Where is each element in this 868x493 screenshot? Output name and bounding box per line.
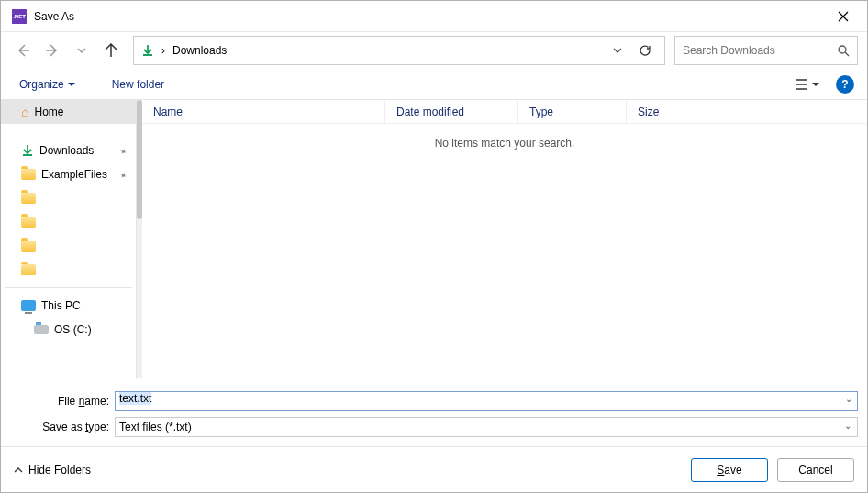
close-icon	[838, 11, 849, 22]
back-button[interactable]	[10, 38, 36, 63]
cancel-button[interactable]: Cancel	[777, 458, 854, 482]
folder-icon	[21, 193, 36, 204]
sidebar-item-folder-1[interactable]	[1, 186, 136, 210]
arrow-up-icon	[104, 43, 118, 58]
column-headers: Name Date modified Type Size	[142, 100, 867, 124]
sidebar: ⌂ Home Downloads ✦ ExampleFiles ✦ This P…	[1, 100, 137, 378]
help-button[interactable]: ?	[836, 75, 854, 94]
arrow-right-icon	[45, 43, 60, 58]
recent-button[interactable]	[69, 38, 95, 63]
filename-label: File name:	[10, 395, 115, 408]
pin-icon: ✦	[117, 168, 128, 181]
filename-input[interactable]: text.txt	[115, 391, 858, 411]
refresh-icon	[639, 44, 651, 57]
svg-point-0	[839, 46, 846, 53]
chevron-up-icon	[14, 465, 23, 475]
new-folder-button[interactable]: New folder	[106, 74, 170, 95]
close-button[interactable]	[823, 3, 863, 30]
titlebar: .NET Save As	[1, 1, 867, 32]
file-list-area: Name Date modified Type Size No items ma…	[142, 100, 867, 378]
pin-icon: ✦	[117, 144, 128, 157]
download-icon	[21, 144, 34, 157]
toolbar: Organize New folder ?	[1, 69, 867, 100]
folder-icon	[21, 169, 36, 180]
refresh-button[interactable]	[639, 44, 657, 57]
nav-row: › Downloads	[1, 32, 867, 69]
address-bar[interactable]: › Downloads	[133, 36, 665, 65]
search-box[interactable]	[674, 36, 858, 65]
sidebar-item-folder-3[interactable]	[1, 234, 136, 258]
sidebar-item-home[interactable]: ⌂ Home	[1, 100, 136, 124]
sidebar-item-examplefiles[interactable]: ExampleFiles ✦	[1, 162, 136, 186]
column-name[interactable]: Name	[142, 100, 385, 123]
sidebar-item-folder-4[interactable]	[1, 258, 136, 282]
sidebar-item-downloads[interactable]: Downloads ✦	[1, 139, 136, 162]
home-icon: ⌂	[21, 105, 28, 119]
column-date[interactable]: Date modified	[385, 100, 518, 123]
list-view-icon	[796, 79, 808, 90]
caret-down-icon	[68, 81, 75, 88]
search-input[interactable]	[683, 44, 838, 57]
forward-button[interactable]	[39, 38, 65, 63]
window-title: Save As	[34, 10, 823, 23]
folder-icon	[21, 241, 36, 252]
chevron-down-icon	[613, 46, 622, 55]
save-as-dialog: .NET Save As › Downloads Organize New fo…	[0, 0, 868, 493]
view-options-button[interactable]	[792, 75, 823, 94]
organize-button[interactable]: Organize	[14, 74, 81, 95]
hide-folders-button[interactable]: Hide Folders	[14, 464, 91, 476]
save-button[interactable]: Save	[691, 458, 768, 482]
save-as-type-label: Save as type:	[10, 420, 115, 433]
folder-icon	[21, 217, 36, 228]
caret-down-icon	[812, 81, 819, 88]
breadcrumb-downloads[interactable]: Downloads	[172, 44, 227, 57]
chevron-down-icon	[77, 46, 86, 55]
app-icon: .NET	[12, 9, 27, 24]
empty-message: No items match your search.	[142, 124, 867, 162]
sidebar-item-osc[interactable]: OS (C:)	[1, 318, 136, 342]
sidebar-item-folder-2[interactable]	[1, 210, 136, 234]
monitor-icon	[21, 300, 36, 311]
main-area: ⌂ Home Downloads ✦ ExampleFiles ✦ This P…	[1, 100, 867, 378]
column-size[interactable]: Size	[627, 100, 700, 123]
breadcrumb-sep: ›	[161, 44, 165, 57]
footer: Hide Folders Save Cancel	[1, 446, 867, 492]
address-history-button[interactable]	[613, 46, 631, 55]
save-as-type-combo[interactable]: Text files (*.txt) ⌄	[115, 417, 858, 437]
column-type[interactable]: Type	[518, 100, 627, 123]
sidebar-item-thispc[interactable]: This PC	[1, 294, 136, 318]
arrow-left-icon	[16, 43, 30, 58]
folder-icon	[21, 264, 36, 275]
download-icon	[141, 44, 154, 57]
form-area: File name: text.txt ⌄ Save as type: Text…	[1, 378, 867, 446]
search-icon	[838, 45, 850, 57]
chevron-down-icon: ⌄	[844, 420, 851, 431]
up-button[interactable]	[98, 38, 124, 63]
drive-icon	[34, 325, 49, 334]
